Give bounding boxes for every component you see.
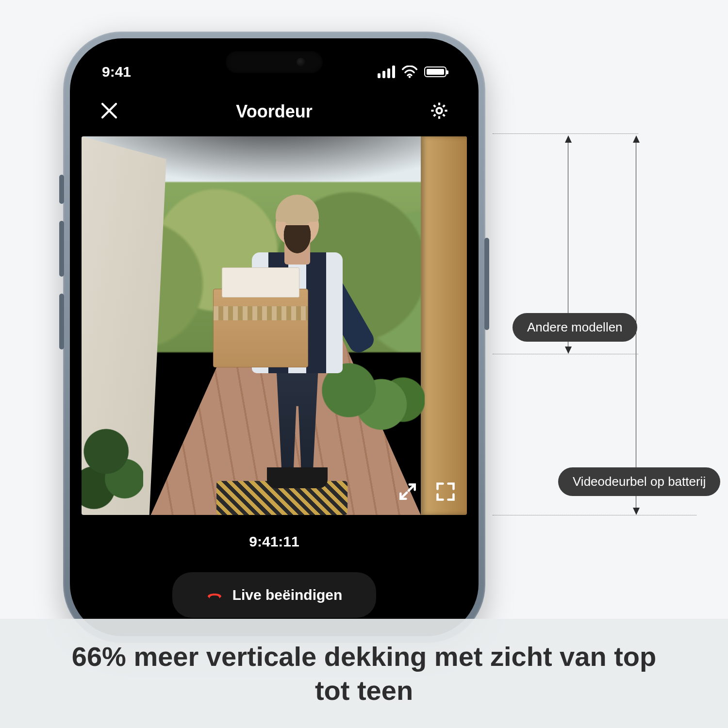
settings-button[interactable]	[429, 100, 449, 123]
chip-product: Videodeurbel op batterij	[558, 467, 720, 496]
svg-point-0	[409, 76, 411, 78]
phone-volume-up	[59, 221, 64, 277]
chip-other-models: Andere modellen	[513, 313, 637, 342]
battery-icon	[424, 66, 447, 77]
svg-point-1	[436, 108, 442, 113]
dynamic-island	[226, 51, 323, 73]
close-button[interactable]	[99, 100, 119, 123]
feed-illustration	[82, 136, 467, 515]
expand-arrows-button[interactable]	[397, 481, 418, 504]
phone-volume-down	[59, 294, 64, 349]
fullscreen-icon	[435, 481, 456, 502]
end-live-button[interactable]: Live beëindigen	[172, 572, 376, 618]
feed-timestamp: 9:41:11	[80, 533, 469, 550]
camera-live-feed[interactable]	[82, 136, 467, 515]
expand-arrows-icon	[397, 481, 418, 502]
wifi-icon	[402, 66, 417, 78]
app-navbar: Voordeur	[80, 86, 469, 136]
status-time: 9:41	[102, 64, 131, 80]
marketing-headline: 66% meer verticale dekking met zicht van…	[0, 619, 728, 728]
guide-line-top	[493, 133, 638, 134]
comparison-overlay: Andere modellen Videodeurbel op batterij	[490, 133, 718, 522]
fullscreen-button[interactable]	[435, 481, 456, 504]
gear-icon	[429, 100, 449, 121]
phone-power-button	[484, 238, 489, 330]
guide-line-mid	[493, 354, 638, 354]
status-icons	[378, 66, 447, 78]
hangup-icon	[206, 590, 223, 600]
phone-screen: 9:41 Voordeur	[70, 38, 479, 636]
screen-title: Voordeur	[236, 101, 312, 122]
cellular-icon	[378, 66, 395, 78]
phone-mockup: 9:41 Voordeur	[63, 32, 485, 643]
close-icon	[99, 100, 119, 121]
guide-line-bottom	[493, 515, 696, 515]
phone-side-button	[59, 175, 64, 204]
end-live-label: Live beëindigen	[232, 587, 343, 603]
feed-overlay-controls	[397, 481, 456, 504]
